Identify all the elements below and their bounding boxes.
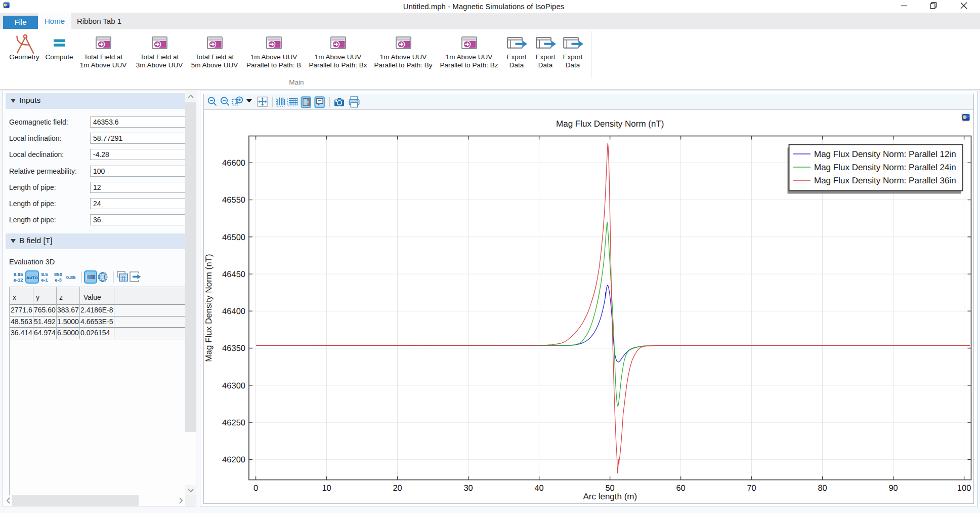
svg-text:0: 0 xyxy=(253,484,258,493)
svg-text:Mag Flux Density Norm (nT): Mag Flux Density Norm (nT) xyxy=(204,254,214,362)
svg-text:e-3: e-3 xyxy=(55,277,62,283)
svg-text:AUTO: AUTO xyxy=(26,275,38,280)
svg-text:e-1: e-1 xyxy=(41,277,48,283)
svg-text:8.85: 8.85 xyxy=(14,271,23,277)
svg-text:Mag Flux Density Norm: Paralle: Mag Flux Density Norm: Parallel 12in xyxy=(814,149,956,159)
svg-text:46550: 46550 xyxy=(222,195,245,205)
svg-text:46200: 46200 xyxy=(222,455,245,464)
svg-text:Mag Flux Density Norm: Paralle: Mag Flux Density Norm: Parallel 36in xyxy=(814,176,956,185)
svg-text:46300: 46300 xyxy=(222,381,245,390)
svg-text:80: 80 xyxy=(818,484,827,493)
svg-text:46450: 46450 xyxy=(222,270,245,279)
svg-text:30: 30 xyxy=(463,484,473,493)
svg-text:46250: 46250 xyxy=(222,418,245,427)
svg-text:40: 40 xyxy=(534,484,543,493)
svg-text:46500: 46500 xyxy=(222,233,245,242)
svg-text:20: 20 xyxy=(393,484,402,493)
svg-text:90: 90 xyxy=(888,484,898,493)
svg-text:Mag Flux Density Norm: Paralle: Mag Flux Density Norm: Parallel 24in xyxy=(814,163,956,172)
svg-text:8.5: 8.5 xyxy=(41,271,48,277)
svg-text:Mag Flux Density Norm (nT): Mag Flux Density Norm (nT) xyxy=(556,119,664,129)
svg-text:Arc length (m): Arc length (m) xyxy=(583,492,637,501)
svg-text:0.85: 0.85 xyxy=(66,274,76,280)
svg-text:10: 10 xyxy=(322,484,331,493)
svg-text:e-12: e-12 xyxy=(13,277,23,283)
svg-text:46600: 46600 xyxy=(222,159,245,168)
svg-text:60: 60 xyxy=(676,484,685,493)
svg-text:70: 70 xyxy=(747,484,756,493)
svg-text:850: 850 xyxy=(54,271,62,277)
svg-text:46350: 46350 xyxy=(222,344,245,353)
svg-text:46400: 46400 xyxy=(222,307,245,316)
svg-text:100: 100 xyxy=(957,484,971,493)
